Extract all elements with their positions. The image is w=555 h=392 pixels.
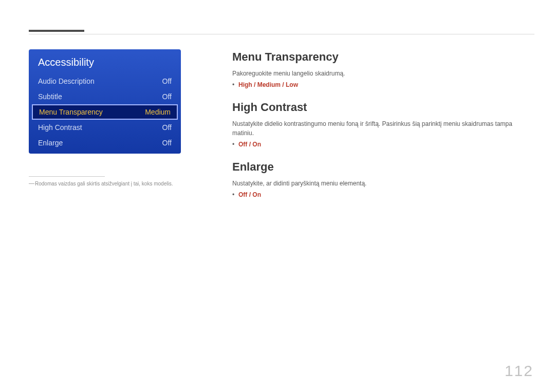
menu-row-value: Off bbox=[162, 77, 172, 85]
section-options: Off / On bbox=[232, 191, 534, 198]
menu-row-value: Off bbox=[162, 139, 172, 147]
menu-row-menu-transparency[interactable]: Menu Transparency Medium bbox=[32, 104, 178, 120]
footnote-rule bbox=[29, 176, 105, 177]
menu-title: Accessibility bbox=[29, 49, 181, 73]
section-desc: Nustatykite didelio kontrastingumo meniu… bbox=[232, 119, 534, 138]
menu-row-label: Menu Transparency bbox=[39, 108, 103, 116]
menu-row-enlarge[interactable]: Enlarge Off bbox=[29, 135, 181, 151]
accessibility-menu: Accessibility Audio Description Off Subt… bbox=[29, 49, 181, 154]
page-number: 112 bbox=[505, 362, 533, 380]
section-title-menu-transparency: Menu Transparency bbox=[232, 50, 534, 64]
section-desc: Nustatykite, ar didinti paryškintą meniu… bbox=[232, 179, 534, 188]
header-accent-bar bbox=[29, 30, 84, 32]
menu-row-label: Subtitle bbox=[38, 92, 62, 101]
footnote-text: Rodomas vaizdas gali skirtis atsižvelgia… bbox=[29, 181, 181, 186]
menu-row-value: Off bbox=[162, 123, 172, 132]
menu-row-audio-description[interactable]: Audio Description Off bbox=[29, 73, 181, 89]
section-options: High / Medium / Low bbox=[232, 81, 534, 88]
right-column: Menu Transparency Pakoreguokite meniu la… bbox=[232, 50, 534, 211]
left-column: Accessibility Audio Description Off Subt… bbox=[29, 49, 181, 186]
menu-row-label: High Contrast bbox=[38, 123, 82, 132]
menu-row-value: Off bbox=[162, 92, 172, 101]
section-title-high-contrast: High Contrast bbox=[232, 101, 534, 114]
section-desc: Pakoreguokite meniu langelio skaidrumą. bbox=[232, 69, 534, 78]
section-title-enlarge: Enlarge bbox=[232, 160, 534, 174]
menu-row-subtitle[interactable]: Subtitle Off bbox=[29, 89, 181, 104]
header-rule bbox=[29, 34, 534, 34]
menu-row-value: Medium bbox=[145, 108, 171, 116]
section-options: Off / On bbox=[232, 141, 534, 148]
menu-row-label: Audio Description bbox=[38, 77, 95, 85]
menu-row-high-contrast[interactable]: High Contrast Off bbox=[29, 120, 181, 135]
menu-row-label: Enlarge bbox=[38, 139, 63, 147]
